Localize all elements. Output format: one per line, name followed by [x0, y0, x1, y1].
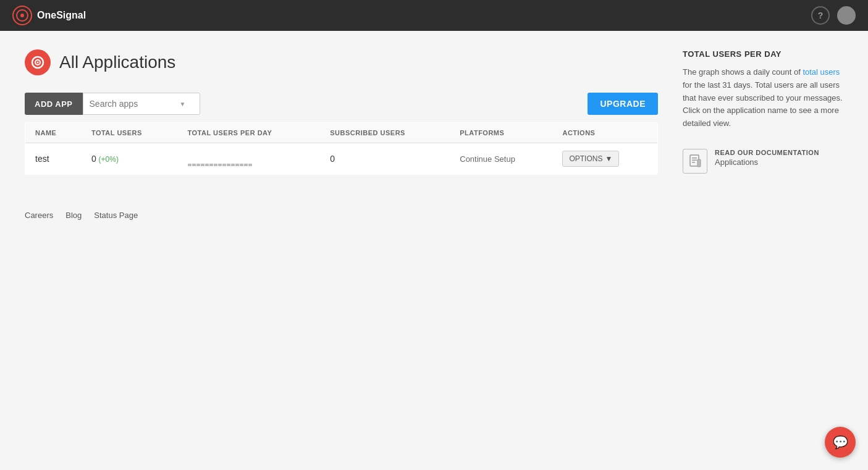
footer-careers-link[interactable]: Careers [25, 211, 53, 220]
doc-read-label: READ OUR DOCUMENTATION [715, 149, 819, 156]
table-header: NAME TOTAL USERS TOTAL USERS PER DAY SUB… [25, 123, 658, 143]
user-avatar[interactable] [837, 6, 856, 25]
svg-rect-4 [692, 157, 697, 159]
logo-text: OneSignal [37, 10, 86, 21]
sparkline-bar [188, 164, 192, 166]
top-navigation: OneSignal ? [0, 0, 868, 31]
sidebar-total-users-link[interactable]: total users [803, 67, 840, 77]
sparkline-bar [227, 164, 230, 166]
sparkline-bar [222, 164, 226, 166]
sparkline-bar [244, 164, 248, 166]
main-wrapper: All Applications ADD APP ▼ UPGRADE NAME … [0, 31, 868, 198]
search-input[interactable] [90, 99, 176, 109]
svg-rect-6 [692, 162, 695, 163]
sparkline-bar [201, 164, 204, 166]
total-users-value: 0 [91, 154, 96, 164]
options-dropdown-icon: ▼ [605, 154, 612, 163]
footer: Careers Blog Status Page [0, 198, 868, 232]
app-name-cell: test [25, 143, 82, 175]
users-per-day-cell [178, 143, 321, 175]
footer-status-link[interactable]: Status Page [94, 211, 138, 220]
actions-cell: OPTIONS ▼ [552, 143, 657, 175]
help-button[interactable]: ? [811, 6, 830, 25]
col-total-users-per-day: TOTAL USERS PER DAY [178, 123, 321, 143]
change-value: (+0%) [99, 155, 119, 164]
sidebar: TOTAL USERS PER DAY The graph shows a da… [683, 49, 843, 180]
onesignal-logo-icon [12, 6, 32, 25]
col-subscribed-users: SUBSCRIBED USERS [320, 123, 450, 143]
sidebar-description: The graph shows a daily count of total u… [683, 66, 843, 130]
upgrade-button[interactable]: UPGRADE [588, 93, 658, 115]
platforms-cell: Continue Setup [450, 143, 552, 175]
sparkline-bar [231, 164, 235, 166]
apps-table: NAME TOTAL USERS TOTAL USERS PER DAY SUB… [25, 122, 658, 175]
search-container: ▼ [83, 93, 200, 115]
sparkline-bar [214, 164, 217, 166]
sparkline-bar [248, 164, 252, 166]
table-body: test 0 (+0%) [25, 143, 658, 175]
content-area: All Applications ADD APP ▼ UPGRADE NAME … [25, 49, 658, 180]
doc-text: READ OUR DOCUMENTATION Applications [715, 149, 819, 167]
sparkline-chart [188, 151, 311, 166]
sparkline-bar [235, 164, 239, 166]
logo-area: OneSignal [12, 6, 86, 25]
svg-point-2 [37, 62, 39, 64]
svg-rect-5 [692, 159, 697, 161]
sparkline-bar [209, 164, 213, 166]
col-total-users: TOTAL USERS [82, 123, 178, 143]
toolbar-left: ADD APP ▼ [25, 93, 200, 115]
documentation-link[interactable]: READ OUR DOCUMENTATION Applications [683, 143, 843, 180]
page-title-row: All Applications [25, 49, 658, 75]
total-users-cell: 0 (+0%) [82, 143, 178, 175]
sparkline-bar [240, 164, 243, 166]
toolbar: ADD APP ▼ UPGRADE [25, 93, 658, 115]
app-name-link[interactable]: test [35, 154, 49, 164]
options-button[interactable]: OPTIONS ▼ [562, 151, 619, 167]
table-row: test 0 (+0%) [25, 143, 658, 175]
nav-actions: ? [811, 6, 856, 25]
doc-app-label: Applications [715, 157, 819, 167]
continue-setup-link[interactable]: Continue Setup [460, 154, 515, 164]
add-app-button[interactable]: ADD APP [25, 93, 83, 115]
col-name: NAME [25, 123, 82, 143]
svg-rect-7 [697, 159, 701, 167]
col-platforms: PLATFORMS [450, 123, 552, 143]
page-logo-icon [25, 49, 51, 75]
col-actions: ACTIONS [552, 123, 657, 143]
chat-button[interactable]: 💬 [825, 427, 856, 458]
sparkline-bar [196, 164, 200, 166]
doc-icon [683, 149, 707, 174]
subscribed-users-cell: 0 [320, 143, 450, 175]
footer-blog-link[interactable]: Blog [65, 211, 82, 220]
page-title: All Applications [59, 52, 175, 72]
sparkline-bar [205, 164, 209, 166]
sparkline-bar [192, 164, 196, 166]
sparkline-bar [218, 164, 222, 166]
sidebar-section-title: TOTAL USERS PER DAY [683, 49, 843, 59]
chat-icon: 💬 [833, 435, 848, 450]
search-dropdown-icon[interactable]: ▼ [180, 101, 186, 107]
